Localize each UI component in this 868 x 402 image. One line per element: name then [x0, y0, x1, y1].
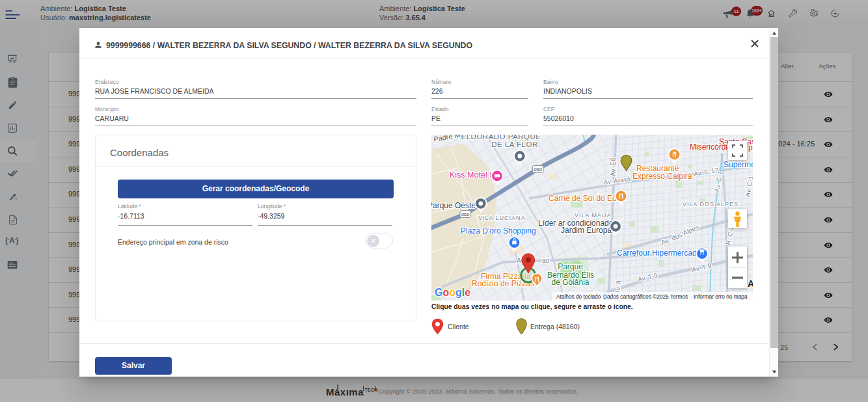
svg-text:A: A: [748, 278, 753, 289]
svg-text:Av. T-9: Av. T-9: [637, 272, 658, 283]
svg-text:VILA DOS ALPES: VILA DOS ALPES: [683, 201, 739, 208]
svg-text:Plaza D'oro Shopping: Plaza D'oro Shopping: [461, 226, 536, 235]
svg-text:Carrefour Hipermercado: Carrefour Hipermercado: [617, 248, 701, 258]
svg-text:R. C-7: R. C-7: [724, 225, 735, 245]
svg-text:de Goiânia: de Goiânia: [551, 278, 589, 287]
svg-text:Google: Google: [435, 287, 470, 298]
svg-text:Informar erro no mapa: Informar erro no mapa: [694, 293, 748, 300]
svg-text:Jardim Europa: Jardim Europa: [561, 226, 612, 235]
svg-text:Av. C-12: Av. C-12: [693, 166, 719, 178]
svg-text:ELDORADO PARQUE: ELDORADO PARQUE: [461, 135, 541, 141]
svg-text:VILA LUCIANA: VILA LUCIANA: [478, 215, 526, 221]
svg-text:Av. Araxá: Av. Araxá: [603, 175, 631, 186]
svg-text:Av. E6: Av. E6: [610, 157, 617, 176]
svg-text:Parque Oeste: Parque Oeste: [431, 201, 476, 210]
svg-text:Dados cartográficos ©2025: Dados cartográficos ©2025: [603, 293, 669, 300]
svg-text:Atalhos do teclado: Atalhos do teclado: [556, 293, 601, 300]
svg-text:VILA MAUA: VILA MAUA: [575, 212, 612, 219]
svg-text:ão: ão: [542, 257, 550, 264]
svg-text:Av. T-9: Av. T-9: [691, 262, 712, 273]
svg-text:pia: pia: [748, 143, 753, 152]
svg-text:Supermerc: Supermerc: [724, 160, 753, 169]
svg-text:Av. dos Alpes: Av. dos Alpes: [660, 222, 700, 246]
svg-text:Carne de Sol do Edu: Carne de Sol do Edu: [549, 194, 621, 203]
svg-text:Kiss Motel II: Kiss Motel II: [450, 170, 494, 180]
svg-text:Av. C-1: Av. C-1: [744, 175, 753, 197]
svg-text:Termos: Termos: [670, 293, 688, 300]
svg-text:060: 060: [461, 211, 470, 217]
svg-text:Expresso Caipira: Expresso Caipira: [632, 172, 692, 181]
svg-text:Misericórdia: Misericórdia: [690, 142, 732, 152]
svg-text:DE LA FLOR: DE LA FLOR: [491, 141, 537, 148]
svg-text:060: 060: [534, 167, 542, 172]
